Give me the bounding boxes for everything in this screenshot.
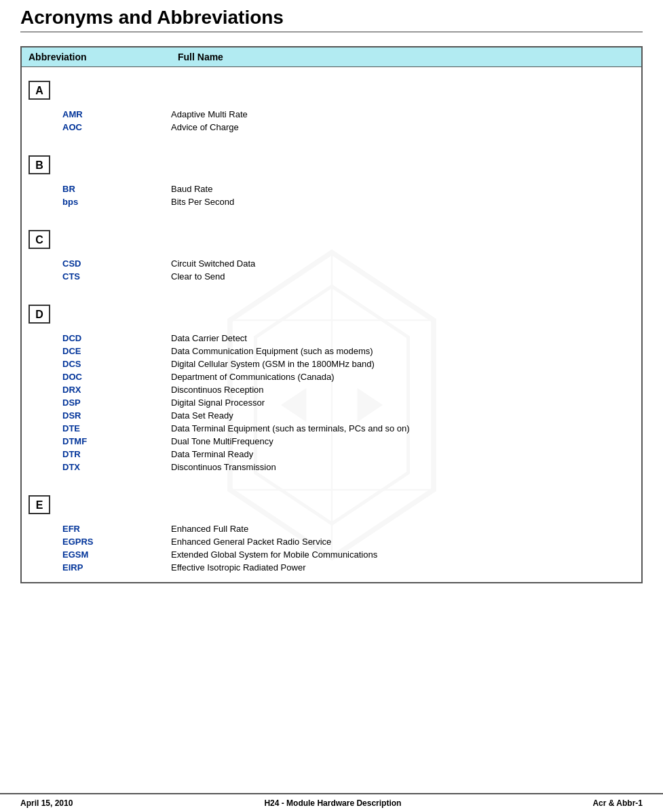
entry-abbreviation: DCS [62, 359, 171, 369]
entry-fullname: Effective Isotropic Radiated Power [171, 562, 634, 573]
entry-abbreviation: DTE [62, 423, 171, 433]
entry-fullname: Advice of Charge [171, 122, 634, 132]
entry-row: AOCAdvice of Charge [22, 121, 641, 134]
entry-row: DCEData Communication Equipment (such as… [22, 345, 641, 357]
footer-date: April 15, 2010 [20, 798, 73, 808]
entry-abbreviation: DCD [62, 333, 171, 343]
section-b: BBRBaud RatebpsBits Per Second [22, 142, 641, 216]
footer-title: H24 - Module Hardware Description [264, 798, 401, 808]
entry-row: AMRAdaptive Multi Rate [22, 108, 641, 121]
entry-fullname: Discontinuos Transmission [171, 462, 634, 472]
entry-abbreviation: DTX [62, 462, 171, 472]
section-e: EEFREnhanced Full RateEGPRSEnhanced Gene… [22, 482, 641, 582]
entry-abbreviation: CSD [62, 258, 171, 269]
entry-fullname: Baud Rate [171, 184, 634, 194]
entry-fullname: Dual Tone MultiFrequency [171, 436, 634, 446]
entry-abbreviation: DTR [62, 449, 171, 459]
entry-fullname: Clear to Send [171, 271, 634, 282]
entry-row: DCDData Carrier Detect [22, 332, 641, 345]
entry-fullname: Department of Communications (Canada) [171, 372, 634, 382]
entry-row: DTRData Terminal Ready [22, 448, 641, 461]
entry-row: EIRPEffective Isotropic Radiated Power [22, 561, 641, 574]
entry-fullname: Data Communication Equipment (such as mo… [171, 346, 634, 356]
entry-abbreviation: EIRP [62, 562, 171, 573]
footer-page: Acr & Abbr-1 [592, 798, 643, 808]
section-c: CCSDCircuit Switched DataCTSClear to Sen… [22, 216, 641, 291]
entry-row: EGSMExtended Global System for Mobile Co… [22, 548, 641, 561]
entry-row: DRXDiscontinuos Reception [22, 383, 641, 396]
page-title: Acronyms and Abbreviations [20, 7, 643, 33]
entry-fullname: Bits Per Second [171, 197, 634, 207]
entry-abbreviation: BR [62, 184, 171, 194]
section-d: DDCDData Carrier DetectDCEData Communica… [22, 291, 641, 482]
footer: April 15, 2010 H24 - Module Hardware Des… [0, 793, 663, 812]
letter-badge-a: A [29, 81, 50, 100]
entry-row: DSPDigital Signal Processor [22, 396, 641, 409]
entry-abbreviation: EGPRS [62, 537, 171, 547]
entry-row: DTXDiscontinuos Transmission [22, 461, 641, 473]
entry-row: CSDCircuit Switched Data [22, 257, 641, 270]
sections-container: AAMRAdaptive Multi RateAOCAdvice of Char… [22, 67, 641, 582]
entry-abbreviation: DRX [62, 385, 171, 395]
entry-fullname: Enhanced Full Rate [171, 524, 634, 534]
entry-row: EGPRSEnhanced General Packet Radio Servi… [22, 535, 641, 548]
entry-row: DTMFDual Tone MultiFrequency [22, 435, 641, 448]
entry-abbreviation: DSR [62, 410, 171, 421]
entry-row: bpsBits Per Second [22, 195, 641, 208]
entry-row: DTEData Terminal Equipment (such as term… [22, 422, 641, 435]
section-a: AAMRAdaptive Multi RateAOCAdvice of Char… [22, 67, 641, 142]
entry-abbreviation: EGSM [62, 549, 171, 560]
table-header: Abbreviation Full Name [22, 47, 641, 67]
page-content: Acronyms and Abbreviations Abbreviation … [0, 0, 663, 624]
entry-fullname: Circuit Switched Data [171, 258, 634, 269]
entry-abbreviation: DCE [62, 346, 171, 356]
entry-row: DSRData Set Ready [22, 409, 641, 422]
entry-fullname: Data Set Ready [171, 410, 634, 421]
entry-abbreviation: AMR [62, 109, 171, 119]
entry-fullname: Discontinuos Reception [171, 385, 634, 395]
entry-fullname: Data Carrier Detect [171, 333, 634, 343]
entry-fullname: Extended Global System for Mobile Commun… [171, 549, 634, 560]
letter-badge-e: E [29, 495, 50, 514]
entry-row: CTSClear to Send [22, 270, 641, 283]
entry-fullname: Adaptive Multi Rate [171, 109, 634, 119]
entry-abbreviation: DTMF [62, 436, 171, 446]
entry-fullname: Data Terminal Ready [171, 449, 634, 459]
entry-fullname: Enhanced General Packet Radio Service [171, 537, 634, 547]
entry-fullname: Data Terminal Equipment (such as termina… [171, 423, 634, 433]
header-fullname: Full Name [178, 52, 634, 62]
letter-badge-d: D [29, 305, 50, 324]
entry-fullname: Digital Signal Processor [171, 398, 634, 408]
entry-abbreviation: DOC [62, 372, 171, 382]
main-table: Abbreviation Full Name AAMRAdaptive Mult… [20, 46, 643, 583]
letter-badge-b: B [29, 155, 50, 174]
entry-row: EFREnhanced Full Rate [22, 522, 641, 535]
entry-abbreviation: CTS [62, 271, 171, 282]
entry-row: DOCDepartment of Communications (Canada) [22, 370, 641, 383]
entry-abbreviation: bps [62, 197, 171, 207]
entry-abbreviation: EFR [62, 524, 171, 534]
entry-row: BRBaud Rate [22, 182, 641, 195]
entry-abbreviation: AOC [62, 122, 171, 132]
entry-row: DCSDigital Cellular System (GSM in the 1… [22, 357, 641, 370]
letter-badge-c: C [29, 230, 50, 249]
entry-abbreviation: DSP [62, 398, 171, 408]
header-abbreviation: Abbreviation [29, 52, 178, 62]
entry-fullname: Digital Cellular System (GSM in the 1800… [171, 359, 634, 369]
